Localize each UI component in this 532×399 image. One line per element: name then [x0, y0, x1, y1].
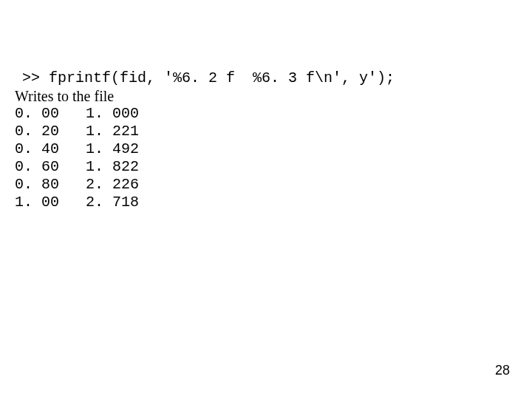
- table-row: 0. 60 1. 822: [15, 158, 517, 176]
- table-row: 0. 40 1. 492: [15, 140, 517, 158]
- prompt-and-func: >> fprintf(fid, '%6. 2 f %6. 3 f\n', y')…: [22, 69, 395, 86]
- table-row: 0. 80 2. 226: [15, 176, 517, 194]
- table-row: 0. 20 1. 221: [15, 123, 517, 140]
- table-row: 1. 00 2. 718: [15, 194, 517, 211]
- page-number: 28: [495, 363, 510, 378]
- command-line: >> fprintf(fid, '%6. 2 f %6. 3 f\n', y')…: [15, 50, 517, 87]
- data-table: 0. 00 1. 000 0. 20 1. 221 0. 40 1. 492 0…: [15, 105, 517, 211]
- description-text: Writes to the file: [15, 87, 517, 105]
- table-row: 0. 00 1. 000: [15, 105, 517, 123]
